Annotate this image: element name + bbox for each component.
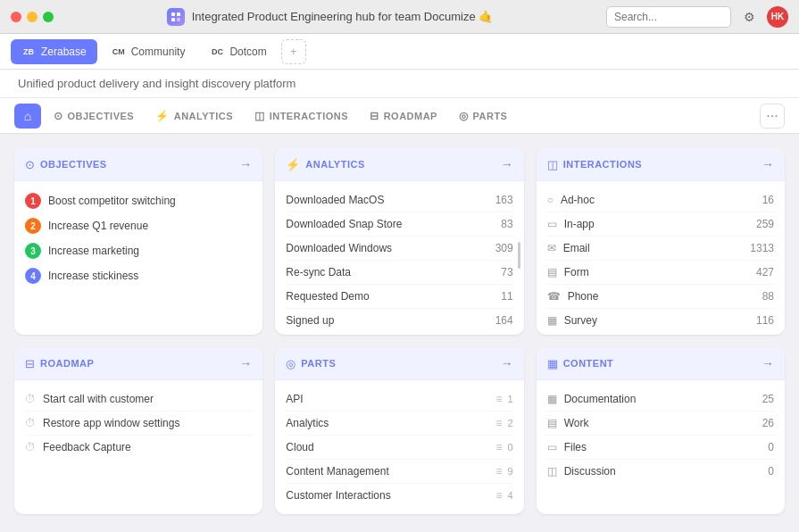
interaction-label-2: Email [563,242,590,254]
analytics-scrollbar[interactable] [518,242,520,269]
inapp-icon: ▭ [547,218,557,230]
roadmap-card-header: ⊟ ROADMAP → [14,347,262,380]
nav-label-parts: PARTS [472,111,507,121]
nav-bar: ⌂ ⊙ OBJECTIVES ⚡ ANALYTICS ◫ INTERACTION… [0,98,799,134]
table-row: ▭ Files 0 [547,436,774,460]
roadmap-clock-icon-2: ⏱ [25,441,36,453]
roadmap-card-arrow[interactable]: → [239,356,252,370]
interaction-left-5: ▦ Survey [547,314,597,327]
nav-item-analytics[interactable]: ⚡ ANALYTICS [146,104,242,129]
table-row: ◫ Discussion 0 [547,460,774,483]
minimize-button[interactable] [27,12,37,22]
content-label-0: Documentation [564,393,637,405]
objectives-nav-icon: ⊙ [54,110,63,122]
avatar[interactable]: HK [767,6,788,28]
content-value-0: 25 [762,393,774,405]
analytics-value-2: 309 [495,242,513,254]
tab-dot-zb: ZB [21,45,36,59]
form-icon: ▤ [547,266,557,278]
nav-label-analytics: ANALYTICS [174,111,233,121]
table-row: Downloaded Snap Store 83 [286,212,512,237]
analytics-label-0: Downloaded MacOS [286,194,384,206]
analytics-label-2: Downloaded Windows [286,242,392,254]
content-card-icon: ▦ [547,357,558,370]
roadmap-card-body: ⏱ Start call with customer ⏱ Restore app… [14,380,262,466]
nav-label-roadmap: ROADMAP [384,111,437,121]
tab-zerabase[interactable]: ZB Zerabase [11,39,97,64]
nav-item-interactions[interactable]: ◫ INTERACTIONS [246,104,357,129]
table-row: API ≡ 1 [286,387,512,411]
parts-card: ◎ PARTS → API ≡ 1 Analytics ≡ 2 Cloud [275,347,523,514]
content-label-2: Files [564,441,587,453]
interaction-value-0: 16 [762,194,774,206]
interaction-left-0: ○ Ad-hoc [547,194,595,206]
parts-list-icon-3: ≡ [496,465,503,478]
interactions-card: ◫ INTERACTIONS → ○ Ad-hoc 16 ▭ In-app 25… [537,148,785,335]
search-input[interactable] [606,6,731,28]
interaction-label-4: Phone [568,290,599,303]
table-row: ▦ Documentation 25 [547,387,774,411]
app-title: Integrated Product Engineering hub for t… [61,8,599,26]
nav-home-button[interactable]: ⌂ [14,104,41,129]
nav-more-button[interactable]: ··· [760,104,785,129]
interaction-value-1: 259 [756,218,774,230]
objectives-card-icon: ⊙ [25,158,35,171]
tab-dotcom[interactable]: DC Dotcom [199,39,277,64]
roadmap-text-2: Feedback Capture [43,441,131,453]
parts-card-arrow[interactable]: → [501,356,513,370]
work-icon: ▤ [547,417,557,429]
list-item: ⏱ Restore app window settings [25,411,252,436]
analytics-card-header: ⚡ ANALYTICS → [275,148,523,181]
analytics-card: ⚡ ANALYTICS → Downloaded MacOS 163 Downl… [275,148,523,335]
roadmap-text-0: Start call with customer [43,393,154,405]
analytics-card-icon: ⚡ [286,158,300,171]
phone-icon: ☎ [547,290,561,303]
settings-icon[interactable]: ⚙ [738,6,760,28]
objectives-card-title: OBJECTIVES [40,159,234,170]
tab-dot-cm: CM [112,45,126,59]
table-row: ○ Ad-hoc 16 [547,188,774,212]
email-icon: ✉ [547,242,556,254]
analytics-label-1: Downloaded Snap Store [286,218,402,230]
close-button[interactable] [11,12,21,22]
interaction-label-5: Survey [564,314,597,327]
content-label-3: Discussion [564,465,616,478]
table-row: ▭ In-app 259 [547,212,774,237]
survey-icon: ▦ [547,314,557,327]
interaction-left-3: ▤ Form [547,266,589,278]
parts-right-2: ≡ 0 [496,441,513,453]
parts-card-body: API ≡ 1 Analytics ≡ 2 Cloud ≡ 0 [275,380,523,514]
objectives-card-arrow[interactable]: → [239,157,252,171]
objective-number-4: 4 [25,268,41,284]
maximize-button[interactable] [43,12,54,22]
analytics-value-3: 73 [501,266,512,278]
parts-value-0: 1 [508,394,513,404]
list-item: 1 Boost competitor switching [25,188,252,213]
tab-community[interactable]: CM Community [101,39,196,64]
parts-label-0: API [286,393,303,405]
add-tab-button[interactable]: + [281,39,306,64]
parts-value-1: 2 [508,418,513,428]
tab-label-dotcom: Dotcom [229,46,266,58]
parts-card-title: PARTS [301,358,495,369]
interaction-value-2: 1313 [750,242,774,254]
table-row: ▦ Survey 116 [547,309,774,332]
parts-value-4: 4 [508,490,513,501]
interactions-card-arrow[interactable]: → [762,157,774,171]
nav-item-roadmap[interactable]: ⊟ ROADMAP [361,104,446,129]
analytics-card-arrow[interactable]: → [501,157,513,171]
parts-list-icon-1: ≡ [496,417,503,429]
table-row: Content Management ≡ 9 [286,460,512,484]
roadmap-text-1: Restore app window settings [43,417,179,429]
objective-text-4: Increase stickiness [48,270,138,282]
tabs-bar: ZB Zerabase CM Community DC Dotcom + [0,34,799,70]
content-card-arrow[interactable]: → [762,356,774,370]
nav-item-parts[interactable]: ◎ PARTS [450,104,516,129]
interaction-value-3: 427 [756,266,774,278]
table-row: Signed up 164 [286,309,512,332]
title-text: Integrated Product Engineering hub for t… [192,10,494,23]
nav-item-objectives[interactable]: ⊙ OBJECTIVES [45,104,143,129]
table-row: Requested Demo 11 [286,285,512,309]
svg-rect-3 [177,18,180,21]
objectives-card-header: ⊙ OBJECTIVES → [14,148,262,181]
